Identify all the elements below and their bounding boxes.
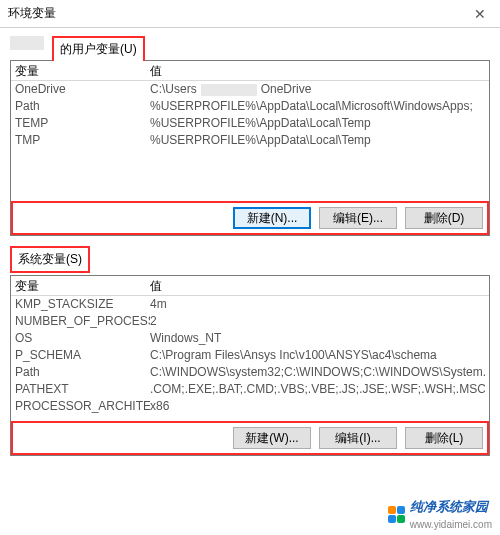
system-edit-button[interactable]: 编辑(I)... (319, 427, 397, 449)
window-title: 环境变量 (8, 5, 56, 22)
col-header-value: 值 (150, 61, 485, 80)
redacted-path (201, 84, 257, 96)
table-row[interactable]: TMP %USERPROFILE%\AppData\Local\Temp (11, 132, 489, 149)
table-row[interactable]: Path %USERPROFILE%\AppData\Local\Microso… (11, 98, 489, 115)
system-vars-buttons: 新建(W)... 编辑(I)... 删除(L) (11, 421, 489, 455)
table-row[interactable]: OneDrive C:\UsersOneDrive (11, 81, 489, 98)
system-delete-button[interactable]: 删除(L) (405, 427, 483, 449)
table-row[interactable]: PATHEXT .COM;.EXE;.BAT;.CMD;.VBS;.VBE;.J… (11, 381, 489, 398)
close-icon[interactable]: ✕ (468, 4, 492, 24)
redacted-username (10, 36, 44, 50)
system-vars-header: 变量 值 (11, 276, 489, 296)
watermark-text: 纯净系统家园 (410, 499, 488, 514)
system-vars-label-row: 系统变量(S) (10, 246, 490, 273)
dialog-content: 的用户变量(U) 变量 值 OneDrive C:\UsersOneDrive … (0, 28, 500, 466)
logo-icon (388, 506, 406, 524)
col-header-value: 值 (150, 276, 485, 295)
system-vars-label: 系统变量(S) (10, 246, 90, 273)
user-edit-button[interactable]: 编辑(E)... (319, 207, 397, 229)
user-vars-label-row: 的用户变量(U) (10, 36, 490, 60)
col-header-name: 变量 (15, 276, 150, 295)
user-vars-body: OneDrive C:\UsersOneDrive Path %USERPROF… (11, 81, 489, 149)
table-row[interactable]: Path C:\WINDOWS\system32;C:\WINDOWS;C:\W… (11, 364, 489, 381)
user-vars-label: 的用户变量(U) (52, 36, 145, 63)
user-new-button[interactable]: 新建(N)... (233, 207, 311, 229)
table-row[interactable]: NUMBER_OF_PROCESSORS 2 (11, 313, 489, 330)
table-row[interactable]: KMP_STACKSIZE 4m (11, 296, 489, 313)
watermark-url: www.yidaimei.com (410, 519, 492, 530)
user-vars-buttons: 新建(N)... 编辑(E)... 删除(D) (11, 201, 489, 235)
system-vars-body: KMP_STACKSIZE 4m NUMBER_OF_PROCESSORS 2 … (11, 296, 489, 415)
table-row[interactable]: OS Windows_NT (11, 330, 489, 347)
user-vars-header: 变量 值 (11, 61, 489, 81)
titlebar: 环境变量 ✕ (0, 0, 500, 28)
col-header-name: 变量 (15, 61, 150, 80)
watermark: 纯净系统家园 www.yidaimei.com (388, 498, 492, 531)
table-row[interactable]: P_SCHEMA C:\Program Files\Ansys Inc\v100… (11, 347, 489, 364)
system-new-button[interactable]: 新建(W)... (233, 427, 311, 449)
table-row[interactable]: TEMP %USERPROFILE%\AppData\Local\Temp (11, 115, 489, 132)
table-row[interactable]: PROCESSOR_ARCHITECT... x86 (11, 398, 489, 415)
system-vars-list[interactable]: 变量 值 KMP_STACKSIZE 4m NUMBER_OF_PROCESSO… (10, 275, 490, 456)
user-vars-list[interactable]: 变量 值 OneDrive C:\UsersOneDrive Path %USE… (10, 60, 490, 236)
user-delete-button[interactable]: 删除(D) (405, 207, 483, 229)
